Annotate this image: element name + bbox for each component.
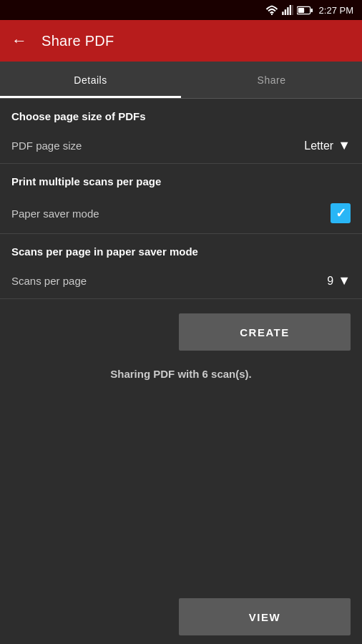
scans-per-page-section: Scans per page in paper saver mode Scans… [0, 234, 362, 299]
svg-rect-3 [287, 7, 288, 15]
toolbar-title: Share PDF [41, 33, 114, 49]
wifi-icon [265, 5, 278, 15]
scans-per-page-row: Scans per page 9 ▼ [11, 266, 351, 298]
scans-per-page-title: Scans per page in paper saver mode [11, 245, 351, 258]
scans-per-page-value: 9 [327, 275, 333, 288]
multiple-scans-section: Print multiple scans per page Paper save… [0, 164, 362, 234]
paper-saver-label: Paper saver mode [11, 208, 99, 220]
page-size-dropdown[interactable]: Letter ▼ [304, 138, 351, 153]
content-area: Choose page size of PDFs PDF page size L… [0, 99, 362, 390]
svg-rect-7 [310, 8, 313, 11]
svg-rect-2 [284, 9, 285, 15]
page-size-section: Choose page size of PDFs PDF page size L… [0, 99, 362, 164]
tab-share[interactable]: Share [181, 62, 362, 98]
pdf-page-size-row: PDF page size Letter ▼ [11, 131, 351, 163]
share-info: Sharing PDF with 6 scan(s). [0, 358, 362, 390]
paper-saver-checkbox[interactable]: ✓ [331, 203, 351, 223]
status-time: 2:27 PM [319, 5, 353, 16]
page-size-dropdown-arrow: ▼ [338, 138, 351, 153]
svg-rect-1 [282, 11, 283, 15]
toolbar: ← Share PDF [0, 20, 362, 62]
svg-rect-8 [298, 8, 303, 13]
svg-rect-5 [292, 5, 293, 15]
create-button-area: CREATE [0, 299, 362, 358]
status-icons: 2:27 PM [265, 5, 353, 16]
tab-bar: Details Share [0, 62, 362, 99]
pdf-page-size-label: PDF page size [11, 140, 82, 152]
svg-rect-4 [289, 5, 290, 15]
view-button[interactable]: VIEW [179, 598, 351, 635]
scans-per-page-arrow: ▼ [338, 273, 351, 288]
back-button[interactable]: ← [11, 31, 27, 50]
page-size-value: Letter [304, 140, 333, 152]
page-size-title: Choose page size of PDFs [11, 110, 351, 122]
scans-per-page-dropdown[interactable]: 9 ▼ [327, 273, 351, 288]
view-button-area: VIEW [0, 598, 362, 644]
paper-saver-row: Paper saver mode ✓ [11, 196, 351, 233]
create-button[interactable]: CREATE [179, 313, 351, 351]
checkbox-check-icon: ✓ [336, 205, 346, 221]
scans-per-page-label: Scans per page [11, 275, 87, 287]
battery-icon [297, 6, 313, 15]
svg-point-0 [270, 14, 272, 15]
tab-details[interactable]: Details [0, 62, 181, 98]
status-bar: 2:27 PM [0, 0, 362, 20]
signal-icon [282, 5, 293, 15]
multiple-scans-title: Print multiple scans per page [11, 175, 351, 187]
